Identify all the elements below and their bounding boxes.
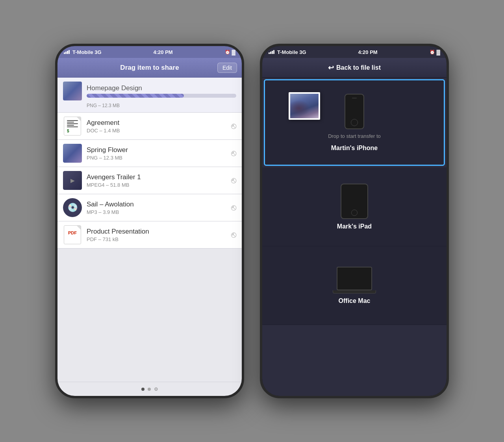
agreement-share-icon[interactable]: ⎋: [231, 121, 236, 131]
device-drop-hint: Drop to start transfer to: [328, 133, 381, 139]
agreement-name: Agreement: [87, 119, 228, 127]
iphone-device-icon: [345, 94, 364, 129]
avengers-info: Avengers Trailer 1 MPEG4 – 51.8 MB: [87, 173, 228, 188]
spring-flower-share-icon[interactable]: ⎋: [231, 148, 236, 158]
spring-flower-meta: PNG – 12.3 MB: [87, 155, 228, 161]
settings-dot[interactable]: ⚙: [154, 386, 158, 392]
uploading-thumb: [63, 82, 82, 100]
page-dot-2[interactable]: [148, 388, 151, 391]
music-icon: 💿: [63, 198, 82, 217]
file-item-spring-flower[interactable]: Spring Flower PNG – 12.3 MB ⎋: [57, 140, 242, 167]
product-thumb: PDF: [63, 225, 82, 244]
right-time: 4:20 PM: [358, 49, 378, 55]
sail-name: Sail – Awolation: [87, 201, 228, 208]
left-status-left: T-Mobile 3G: [64, 49, 102, 55]
r-signal-bar-1: [269, 52, 270, 54]
right-signal-bars: [269, 50, 274, 54]
doc-line-1: [67, 120, 78, 121]
uploading-file-meta: PNG – 12.3 MB: [87, 103, 120, 108]
dragged-photo: [289, 92, 320, 120]
right-status-right: ⏰ ▓: [430, 49, 440, 55]
dragged-photo-inner: [290, 94, 319, 118]
product-info: Product Presentation PDF – 731 kB: [87, 228, 228, 242]
video-icon: ▶: [63, 171, 82, 190]
sail-info: Sail – Awolation MP3 – 3.9 MB: [87, 201, 228, 215]
right-phone: T-Mobile 3G 4:20 PM ⏰ ▓ ↩ Back to file l…: [260, 44, 449, 398]
list-spacer: [57, 249, 242, 272]
left-status-bar: T-Mobile 3G 4:20 PM ⏰ ▓: [57, 46, 242, 58]
r-signal-bar-4: [273, 50, 274, 54]
uploading-file-name: Homepage Design: [87, 84, 236, 92]
progress-bar-fill: [87, 94, 184, 98]
spring-flower-img: [63, 144, 82, 163]
agreement-thumb: $: [63, 117, 82, 136]
device-list: Drop to start transfer to Martin's iPhon…: [262, 78, 447, 396]
pagination: ⚙: [57, 382, 242, 396]
signal-bars: [64, 50, 70, 54]
r-signal-bar-3: [272, 51, 273, 54]
doc-type-label: $: [67, 129, 78, 133]
file-item-sail[interactable]: 💿 Sail – Awolation MP3 – 3.9 MB ⎋: [57, 194, 242, 221]
sail-thumb: 💿: [63, 198, 82, 217]
agreement-info: Agreement DOC – 1.4 MB: [87, 119, 228, 134]
back-button[interactable]: ↩ Back to file list: [328, 63, 381, 72]
battery-icon: ▓: [232, 49, 235, 55]
right-carrier: T-Mobile 3G: [277, 49, 306, 55]
back-label: Back to file list: [336, 64, 381, 71]
left-header-bar: Drag item to share Edit: [57, 58, 242, 78]
app-container: T-Mobile 3G 4:20 PM ⏰ ▓ Drag item to sha…: [0, 0, 504, 442]
doc-line-3: [67, 123, 78, 124]
upload-row: Homepage Design: [63, 82, 236, 100]
film-icon: ▶: [70, 177, 75, 184]
edit-button[interactable]: Edit: [217, 63, 237, 73]
right-status-bar: T-Mobile 3G 4:20 PM ⏰ ▓: [262, 46, 447, 58]
uploading-thumb-img: [63, 82, 82, 100]
device-item-iphone[interactable]: Drop to start transfer to Martin's iPhon…: [264, 79, 445, 166]
file-item-product[interactable]: PDF Product Presentation PDF – 731 kB ⎋: [57, 221, 242, 249]
r-signal-bar-2: [270, 52, 271, 54]
right-alarm-icon: ⏰: [430, 50, 435, 55]
file-item-agreement[interactable]: $ Agreement DOC – 1.4 MB ⎋: [57, 113, 242, 140]
spring-flower-info: Spring Flower PNG – 12.3 MB: [87, 146, 228, 161]
device-item-ipad[interactable]: Mark's iPad: [262, 167, 447, 246]
avengers-meta: MPEG4 – 51.8 MB: [87, 182, 228, 188]
file-list: Homepage Design PNG – 12.3 MB: [57, 78, 242, 382]
left-phone: T-Mobile 3G 4:20 PM ⏰ ▓ Drag item to sha…: [55, 44, 244, 398]
doc-line-2: [67, 122, 74, 123]
alarm-icon: ⏰: [225, 50, 230, 55]
doc-line-4: [67, 125, 74, 126]
right-header-bar: ↩ Back to file list: [262, 58, 447, 78]
mac-icon-group: [333, 267, 376, 293]
mac-device-icon: [337, 267, 372, 290]
product-share-icon[interactable]: ⎋: [231, 230, 236, 240]
doc-lines: $: [65, 118, 80, 135]
office-mac-name: Office Mac: [339, 297, 371, 305]
mac-base: [333, 290, 376, 293]
left-carrier: T-Mobile 3G: [72, 49, 102, 55]
page-dot-1[interactable]: [141, 388, 145, 391]
right-status-left: T-Mobile 3G: [269, 49, 306, 55]
file-item-uploading[interactable]: Homepage Design PNG – 12.3 MB: [57, 78, 242, 113]
sail-share-icon[interactable]: ⎋: [231, 202, 236, 213]
pdf-icon: PDF: [64, 225, 81, 244]
marks-ipad-name: Mark's iPad: [337, 223, 372, 230]
back-arrow-icon: ↩: [328, 63, 334, 72]
device-item-mac[interactable]: Office Mac: [262, 246, 447, 325]
agreement-meta: DOC – 1.4 MB: [87, 128, 228, 134]
signal-bar-2: [65, 52, 67, 54]
upload-content: Homepage Design: [87, 84, 236, 98]
pdf-label: PDF: [68, 230, 77, 235]
ipad-device-icon: [341, 184, 368, 219]
right-battery-icon: ▓: [437, 49, 440, 55]
left-time: 4:20 PM: [154, 49, 173, 55]
martin-iphone-name: Martin's iPhone: [331, 145, 378, 152]
file-item-avengers[interactable]: ▶ Avengers Trailer 1 MPEG4 – 51.8 MB ⎋: [57, 167, 242, 194]
sail-meta: MP3 – 3.9 MB: [87, 209, 228, 215]
signal-bar-4: [69, 50, 70, 54]
avengers-share-icon[interactable]: ⎋: [231, 175, 236, 186]
left-status-right: ⏰ ▓: [225, 49, 235, 55]
signal-bar-1: [64, 52, 65, 54]
spring-flower-thumb: [63, 144, 82, 163]
avengers-name: Avengers Trailer 1: [87, 173, 228, 181]
spring-flower-name: Spring Flower: [87, 146, 228, 154]
